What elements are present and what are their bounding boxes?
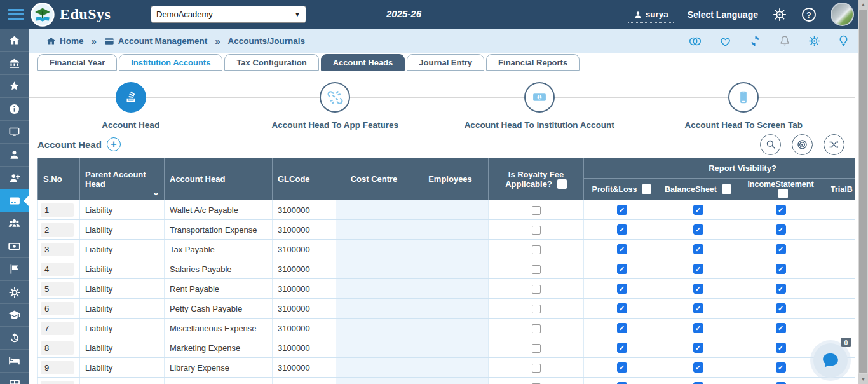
royalty-checkbox[interactable] [532,344,541,353]
balance-sheet-checkbox[interactable] [693,284,703,294]
balance-sheet-checkbox[interactable] [693,264,703,274]
vertical-scrollbar[interactable]: ▲ ▼ [858,0,868,384]
income-statement-checkbox[interactable] [776,264,786,274]
sidebar-item-history[interactable] [0,326,29,349]
sno-field[interactable]: 8 [41,341,74,355]
sno-field[interactable]: 5 [41,282,74,296]
hamburger-icon[interactable] [8,6,24,22]
academy-select[interactable]: DemoAcademy ▼ [151,6,306,23]
tab-tax-configuration[interactable]: Tax Configuration [224,54,318,71]
step-account-head-to-screen-tab[interactable]: Account Head To Screen Tab [642,71,846,130]
balance-sheet-checkbox[interactable] [693,323,703,333]
income-statement-checkbox[interactable] [776,362,786,373]
sidebar-item-finance[interactable] [0,235,29,257]
royalty-checkbox[interactable] [532,305,541,313]
profit-loss-checkbox[interactable] [617,205,627,215]
royalty-checkbox[interactable] [532,364,541,373]
sno-field[interactable]: 7 [41,322,74,335]
balance-sheet-checkbox[interactable] [693,362,703,373]
sidebar-item-reports[interactable] [0,257,29,280]
tab-institution-accounts[interactable]: Institution Accounts [119,54,222,71]
royalty-checkbox[interactable] [532,206,541,215]
income-statement-checkbox[interactable] [776,284,786,294]
tab-journal-entry[interactable]: Journal Entry [407,54,484,71]
profit-loss-select-all-checkbox[interactable] [642,184,651,194]
toggle-theme-button[interactable] [688,35,702,48]
income-statement-checkbox[interactable] [776,323,786,333]
profit-loss-checkbox[interactable] [617,284,627,294]
sno-field[interactable]: 4 [41,263,74,276]
user-menu[interactable]: surya [628,6,674,23]
royalty-checkbox[interactable] [532,226,541,235]
royalty-checkbox[interactable] [532,265,541,274]
step-account-head-to-app-features[interactable]: Account Head To App Features [233,71,438,130]
sidebar-item-settings[interactable] [0,280,29,303]
sidebar-item-groups[interactable] [0,212,29,235]
sidebar-item-screens[interactable] [0,120,29,143]
add-account-head-button[interactable]: + [107,137,121,151]
royalty-checkbox[interactable] [532,324,541,333]
profit-loss-checkbox[interactable] [617,224,627,235]
income-statement-checkbox[interactable] [776,224,786,235]
target-button[interactable] [792,134,813,155]
income-statement-checkbox[interactable] [776,303,786,313]
balance-sheet-checkbox[interactable] [693,343,703,353]
step-account-head-to-institution-account[interactable]: 1 Account Head To Institution Account [437,71,642,130]
refresh-button[interactable] [749,34,762,48]
favorite-button[interactable] [719,35,732,48]
step-account-head[interactable]: Account Head [29,71,233,130]
sidebar-item-profile[interactable] [0,143,29,166]
balance-sheet-checkbox[interactable] [693,303,703,313]
settings-button[interactable] [772,7,787,22]
help-button[interactable]: ? [801,7,817,22]
breadcrumb-home[interactable]: Home [46,36,84,46]
tab-financial-reports[interactable]: Financial Reports [486,54,580,71]
sno-field[interactable]: 9 [41,361,74,374]
select-language-button[interactable]: Select Language [688,10,758,20]
income-statement-checkbox[interactable] [776,343,786,353]
scroll-up-arrow[interactable]: ▲ [858,0,868,10]
col-header-parent-account-head[interactable]: Parent Account Head⌄ [80,158,165,200]
sidebar-item-hostel[interactable] [0,349,29,372]
sno-field[interactable]: 3 [41,243,74,256]
balance-sheet-checkbox[interactable] [693,244,703,254]
profit-loss-checkbox[interactable] [617,264,627,274]
income-statement-checkbox[interactable] [776,205,786,215]
royalty-checkbox[interactable] [532,285,541,294]
notifications-button[interactable] [778,34,791,48]
tab-financial-year[interactable]: Financial Year [37,54,117,71]
profit-loss-checkbox[interactable] [617,303,627,313]
balance-sheet-checkbox[interactable] [693,205,703,215]
page-settings-button[interactable] [808,34,821,48]
sidebar-item-transport[interactable] [0,372,29,384]
income-statement-select-all-checkbox[interactable] [778,189,788,198]
sidebar-item-favorites[interactable] [0,74,29,97]
scrollbar-thumb[interactable] [859,10,867,373]
shuffle-button[interactable] [824,134,844,155]
sno-field[interactable]: 6 [41,302,74,315]
income-statement-checkbox[interactable] [776,244,786,254]
avatar[interactable] [831,3,854,26]
tips-button[interactable] [837,34,850,48]
balance-sheet-select-all-checkbox[interactable] [722,184,731,194]
royalty-select-all-checkbox[interactable] [557,179,567,189]
sidebar-item-academics[interactable] [0,303,29,326]
profit-loss-checkbox[interactable] [617,343,627,353]
sno-field[interactable]: 1 [41,203,74,217]
balance-sheet-checkbox[interactable] [693,224,703,235]
profit-loss-checkbox[interactable] [617,323,627,333]
search-button[interactable] [760,134,781,155]
chat-widget[interactable]: 0 [813,343,848,378]
sidebar-item-admissions[interactable] [0,166,29,189]
sidebar-item-home[interactable] [0,29,29,51]
profit-loss-checkbox[interactable] [617,362,627,373]
tab-account-heads[interactable]: Account Heads [321,54,405,71]
breadcrumb-account-management[interactable]: Account Management [104,36,207,46]
sidebar-item-institution[interactable] [0,51,29,74]
sidebar-item-account-management[interactable] [0,189,29,212]
sno-field[interactable]: 10 [41,381,74,384]
royalty-checkbox[interactable] [532,245,541,254]
scroll-down-arrow[interactable]: ▼ [858,374,868,384]
profit-loss-checkbox[interactable] [617,244,627,254]
sidebar-item-info[interactable] [0,97,29,120]
